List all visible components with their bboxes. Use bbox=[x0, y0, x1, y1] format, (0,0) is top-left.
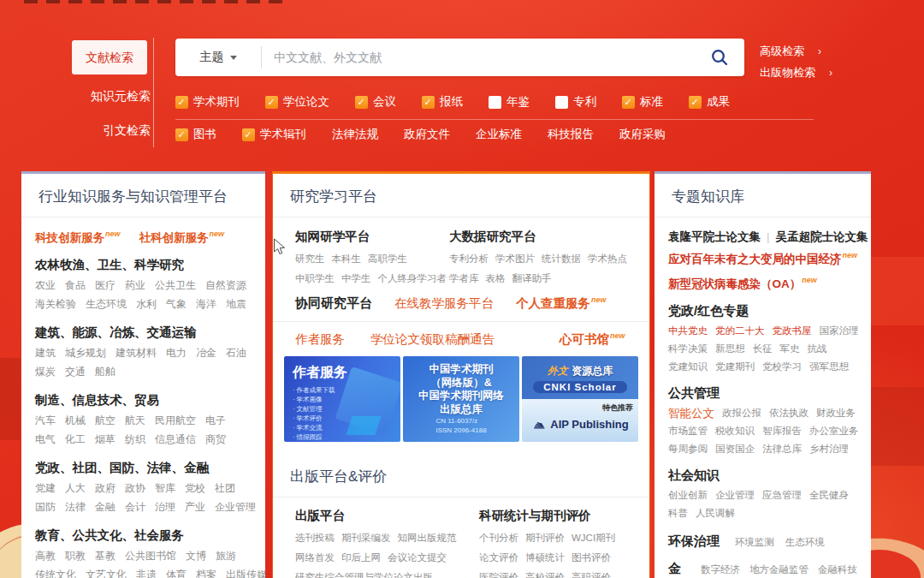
topic-link[interactable]: 科学决策 bbox=[668, 340, 708, 358]
tab-knowledge-element-search[interactable]: 知识元检索 bbox=[34, 89, 151, 104]
category-link[interactable]: 水利 bbox=[136, 295, 157, 313]
featured-service-link[interactable]: 科技创新服务new bbox=[35, 229, 121, 246]
topic-link[interactable]: 党建期刊 bbox=[715, 358, 755, 376]
topic-link[interactable]: 依法执政 bbox=[769, 404, 808, 422]
topic-link[interactable]: 法律总库 bbox=[762, 440, 802, 458]
platform-link[interactable]: 中学生 bbox=[341, 269, 371, 289]
category-link[interactable]: 化工 bbox=[65, 430, 86, 449]
category-link[interactable]: 旅游 bbox=[216, 546, 236, 565]
category-link[interactable]: 传统文化 bbox=[35, 565, 76, 578]
publication-search-link[interactable]: 出版物检索 › bbox=[760, 65, 832, 80]
category-link[interactable]: 海关检验 bbox=[35, 295, 76, 313]
service-link[interactable]: 学位论文领取稿酬通告new bbox=[370, 331, 495, 348]
topic-link[interactable]: 人民调解 bbox=[696, 504, 735, 522]
category-link[interactable]: 治理 bbox=[155, 498, 175, 516]
topic-link[interactable]: 应急管理 bbox=[762, 486, 802, 504]
publishing-link[interactable]: 研究生综合管理与学位论文出版 bbox=[295, 568, 433, 578]
search-field-select[interactable]: 主题 bbox=[175, 50, 261, 65]
category-link[interactable]: 信息通信 bbox=[155, 430, 196, 449]
category-link[interactable]: 建筑材料 bbox=[116, 343, 157, 362]
evaluation-link[interactable]: 博硕统计 bbox=[525, 548, 565, 568]
collection-link[interactable]: 吴孟超院士论文集 bbox=[761, 229, 868, 245]
platform-link[interactable]: 学者库 bbox=[449, 269, 479, 289]
doc-type-checkbox[interactable]: 政府采购 bbox=[619, 127, 666, 142]
category-link[interactable]: 地震 bbox=[226, 295, 246, 313]
topic-link[interactable]: 企业管理 bbox=[715, 486, 755, 504]
publishing-link[interactable]: 会议论文提交 bbox=[388, 548, 447, 568]
platform-link[interactable]: 协同研究平台new bbox=[295, 295, 372, 312]
platform-link[interactable]: 中职学生 bbox=[295, 269, 335, 289]
category-link[interactable]: 药业 bbox=[125, 276, 145, 295]
doc-type-checkbox[interactable]: 政府文件 bbox=[404, 127, 450, 142]
featured-topic-link[interactable]: 应对百年未有之大变局的中国经济new bbox=[668, 245, 857, 270]
category-link[interactable]: 船舶 bbox=[95, 362, 116, 381]
topic-link[interactable]: 党的二十大 bbox=[715, 322, 765, 340]
category-link[interactable]: 冶金 bbox=[196, 343, 216, 362]
category-link[interactable]: 高教 bbox=[35, 546, 56, 565]
topic-link[interactable]: 党校学习 bbox=[762, 358, 802, 376]
doc-type-checkbox[interactable]: 会议 bbox=[355, 94, 396, 110]
collection-link[interactable]: 袁隆平院士论文集 bbox=[668, 229, 761, 245]
category-link[interactable]: 产业 bbox=[185, 498, 205, 516]
topic-link[interactable]: 党建知识 bbox=[668, 358, 708, 376]
platform-link[interactable]: 专利分析 bbox=[449, 249, 489, 269]
search-input[interactable] bbox=[262, 51, 695, 64]
doc-type-checkbox[interactable]: 学位论文 bbox=[265, 94, 329, 110]
category-link[interactable]: 交通 bbox=[65, 362, 86, 381]
category-link[interactable]: 石油 bbox=[226, 343, 246, 362]
platform-link[interactable]: 本科生 bbox=[332, 249, 362, 269]
category-link[interactable]: 出版传媒 bbox=[226, 565, 267, 578]
topic-link[interactable]: 国家治理 bbox=[820, 322, 859, 340]
category-link[interactable]: 智库 bbox=[155, 479, 175, 498]
evaluation-link[interactable]: 期刊评价 bbox=[525, 528, 565, 548]
topic-link[interactable]: 新思想 bbox=[715, 340, 745, 358]
publishing-link[interactable]: 网络首发 bbox=[295, 548, 335, 568]
category-link[interactable]: 电气 bbox=[35, 430, 56, 449]
doc-type-checkbox[interactable]: 专利 bbox=[555, 94, 596, 110]
category-link[interactable]: 党校 bbox=[185, 479, 205, 498]
category-link[interactable]: 机械 bbox=[65, 411, 86, 430]
topic-link[interactable]: 国资国企 bbox=[715, 440, 755, 458]
category-link[interactable]: 人大 bbox=[65, 479, 86, 498]
topic-link[interactable]: 长征 bbox=[753, 340, 773, 358]
evaluation-link[interactable]: 论文评价 bbox=[479, 548, 518, 568]
topic-link[interactable]: 地方金融监管 bbox=[749, 563, 808, 576]
topic-link[interactable]: 市场监管 bbox=[668, 422, 708, 440]
cnki-scholar-banner[interactable]: 外文 资源总库 CNKI Scholar 特色推荐 AIP Publishing bbox=[522, 356, 638, 442]
search-icon[interactable] bbox=[695, 48, 744, 67]
topic-link[interactable]: 每周参阅 bbox=[668, 440, 708, 458]
topic-link[interactable]: 办公室业务 bbox=[809, 422, 859, 440]
category-link[interactable]: 文艺文化 bbox=[86, 565, 127, 578]
topic-link[interactable]: 生态环境 bbox=[785, 536, 825, 549]
category-link[interactable]: 党建 bbox=[35, 479, 56, 498]
doc-type-checkbox[interactable]: 学术期刊 bbox=[175, 94, 240, 110]
platform-link[interactable]: 统计数据 bbox=[542, 249, 581, 269]
doc-type-checkbox[interactable]: 标准 bbox=[622, 94, 663, 110]
publishing-link[interactable]: 知网出版规范 bbox=[398, 528, 457, 548]
topic-link[interactable]: 税收知识 bbox=[715, 422, 755, 440]
category-link[interactable]: 医疗 bbox=[95, 276, 116, 295]
author-services-banner[interactable]: 作者服务 作者成果下载学术画像文献管理学术评价学术交流情报跟踪 bbox=[284, 356, 400, 442]
evaluation-link[interactable]: WJCI期刊 bbox=[572, 528, 615, 548]
category-link[interactable]: 政协 bbox=[125, 479, 145, 498]
publishing-link[interactable]: 选刊投稿 bbox=[295, 528, 335, 548]
doc-type-checkbox[interactable]: 图书 bbox=[175, 127, 216, 142]
category-link[interactable]: 公共卫生 bbox=[155, 276, 196, 295]
doc-type-checkbox[interactable]: 企业标准 bbox=[476, 127, 522, 142]
category-link[interactable]: 纺织 bbox=[125, 430, 145, 449]
evaluation-link[interactable]: 个刊分析 bbox=[479, 528, 518, 548]
platform-link[interactable]: 学术图片 bbox=[495, 249, 535, 269]
topic-link[interactable]: 强军思想 bbox=[809, 358, 849, 376]
category-link[interactable]: 城乡规划 bbox=[65, 343, 106, 362]
platform-link[interactable]: 表格 bbox=[486, 269, 506, 289]
doc-type-checkbox[interactable]: 学术辑刊 bbox=[242, 127, 306, 142]
tab-citation-search[interactable]: 引文检索 bbox=[34, 123, 151, 139]
publishing-link[interactable]: 期刊采编发 bbox=[341, 528, 391, 548]
category-link[interactable]: 海洋 bbox=[196, 295, 216, 313]
category-link[interactable]: 体育 bbox=[166, 565, 187, 578]
category-link[interactable]: 职教 bbox=[65, 546, 86, 565]
category-link[interactable]: 气象 bbox=[166, 295, 187, 313]
category-link[interactable]: 电子 bbox=[205, 411, 226, 430]
service-link[interactable]: 作者服务new bbox=[295, 331, 345, 348]
platform-link[interactable]: 在线教学服务平台new bbox=[394, 295, 494, 312]
